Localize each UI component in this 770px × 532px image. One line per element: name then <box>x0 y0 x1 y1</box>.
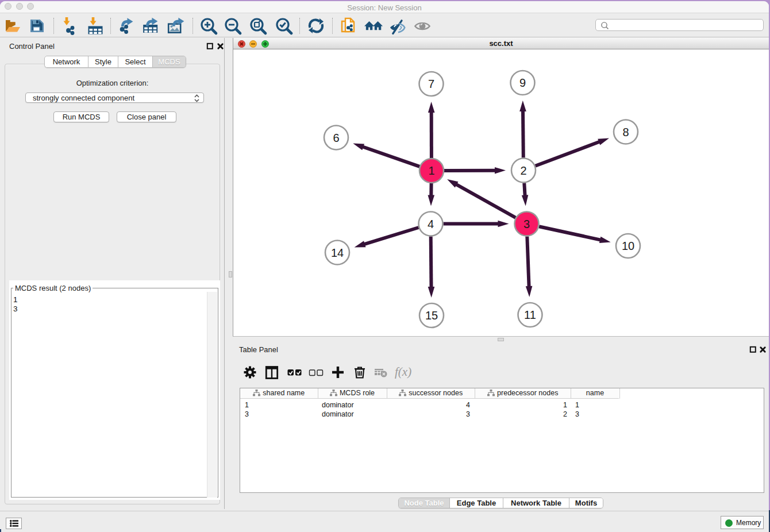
svg-text:15: 15 <box>425 309 438 322</box>
svg-text:4: 4 <box>428 218 434 230</box>
svg-text:10: 10 <box>622 240 634 252</box>
svg-text:6: 6 <box>333 132 339 144</box>
svg-text:3: 3 <box>523 218 530 230</box>
svg-text:8: 8 <box>622 126 629 138</box>
svg-text:9: 9 <box>519 76 526 89</box>
svg-text:11: 11 <box>524 309 536 321</box>
svg-text:7: 7 <box>428 78 434 90</box>
svg-text:14: 14 <box>331 246 344 259</box>
svg-text:2: 2 <box>520 164 526 177</box>
svg-text:1: 1 <box>428 164 434 177</box>
